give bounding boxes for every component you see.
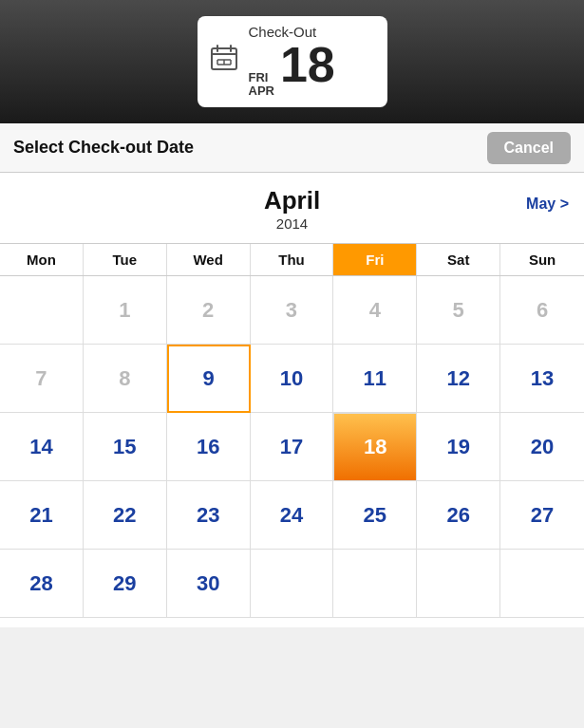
- day-header-sat: Sat: [417, 244, 500, 275]
- day-header-sun: Sun: [500, 244, 584, 275]
- cal-cell-23[interactable]: 23: [167, 481, 251, 550]
- cal-cell-30[interactable]: 30: [167, 550, 251, 618]
- checkout-day-name: FRI: [249, 71, 274, 84]
- cal-cell-20[interactable]: 20: [500, 413, 584, 481]
- cal-cell-26[interactable]: 26: [417, 481, 500, 550]
- next-month-button[interactable]: May >: [526, 196, 569, 213]
- checkout-month: APR: [249, 84, 274, 98]
- cal-cell-29[interactable]: 29: [84, 550, 167, 618]
- cal-cell-21[interactable]: 21: [0, 481, 84, 550]
- cal-cell-9[interactable]: 9: [167, 345, 251, 413]
- svg-rect-0: [212, 48, 236, 69]
- day-header-fri: Fri: [333, 244, 417, 275]
- month-name: April: [15, 186, 569, 215]
- cal-cell-3[interactable]: 3: [251, 276, 334, 345]
- cal-cell-17[interactable]: 17: [251, 413, 334, 481]
- cal-cell-empty-5: [500, 550, 584, 618]
- cal-cell-25[interactable]: 25: [333, 481, 417, 550]
- cal-cell-7[interactable]: 7: [0, 345, 84, 413]
- cal-cell-27[interactable]: 27: [500, 481, 584, 550]
- cal-cell-24[interactable]: 24: [251, 481, 334, 550]
- day-header-wed: Wed: [167, 244, 251, 275]
- calendar-container: April 2014 May > Mon Tue Wed Thu Fri Sat…: [0, 173, 584, 627]
- month-title: April 2014: [15, 186, 569, 232]
- day-header-thu: Thu: [251, 244, 334, 275]
- cal-cell-6[interactable]: 6: [500, 276, 584, 345]
- month-nav: April 2014 May >: [0, 173, 584, 235]
- cal-cell-empty-4: [417, 550, 500, 618]
- cal-cell-14[interactable]: 14: [0, 413, 84, 481]
- cal-cell-empty-1: [0, 276, 84, 345]
- checkout-date-row: FRI APR 18: [249, 40, 335, 99]
- cal-cell-28[interactable]: 28: [0, 550, 84, 618]
- cal-cell-10[interactable]: 10: [251, 345, 334, 413]
- cal-cell-13[interactable]: 13: [500, 345, 584, 413]
- checkout-widget: Check-Out FRI APR 18: [198, 16, 387, 108]
- cal-cell-2[interactable]: 2: [167, 276, 251, 345]
- day-header-tue: Tue: [84, 244, 167, 275]
- toolbar-title: Select Check-out Date: [13, 138, 194, 158]
- checkout-info: Check-Out FRI APR 18: [249, 24, 335, 99]
- cal-cell-1[interactable]: 1: [84, 276, 167, 345]
- cal-cell-19[interactable]: 19: [417, 413, 500, 481]
- day-header-mon: Mon: [0, 244, 84, 275]
- checkout-day-month: FRI APR: [249, 71, 274, 99]
- cal-cell-16[interactable]: 16: [167, 413, 251, 481]
- toolbar: Select Check-out Date Cancel: [0, 123, 584, 173]
- cal-cell-5[interactable]: 5: [417, 276, 500, 345]
- calendar-icon: [211, 45, 237, 78]
- cal-cell-4[interactable]: 4: [333, 276, 417, 345]
- cal-cell-12[interactable]: 12: [417, 345, 500, 413]
- cal-cell-empty-3: [333, 550, 417, 618]
- cal-cell-22[interactable]: 22: [84, 481, 167, 550]
- cal-cell-18[interactable]: 18: [333, 413, 417, 481]
- cal-cell-15[interactable]: 15: [84, 413, 167, 481]
- calendar-grid: 1 2 3 4 5 6 7 8 9 10 11 12 13 14 15 16 1…: [0, 276, 584, 618]
- checkout-day-number: 18: [280, 40, 335, 89]
- day-headers: Mon Tue Wed Thu Fri Sat Sun: [0, 243, 584, 276]
- cal-cell-11[interactable]: 11: [333, 345, 417, 413]
- month-year: 2014: [15, 215, 569, 232]
- cancel-button[interactable]: Cancel: [487, 132, 571, 164]
- cal-cell-8[interactable]: 8: [84, 345, 167, 413]
- cal-cell-empty-2: [251, 550, 334, 618]
- header-bar: Check-Out FRI APR 18: [0, 0, 584, 123]
